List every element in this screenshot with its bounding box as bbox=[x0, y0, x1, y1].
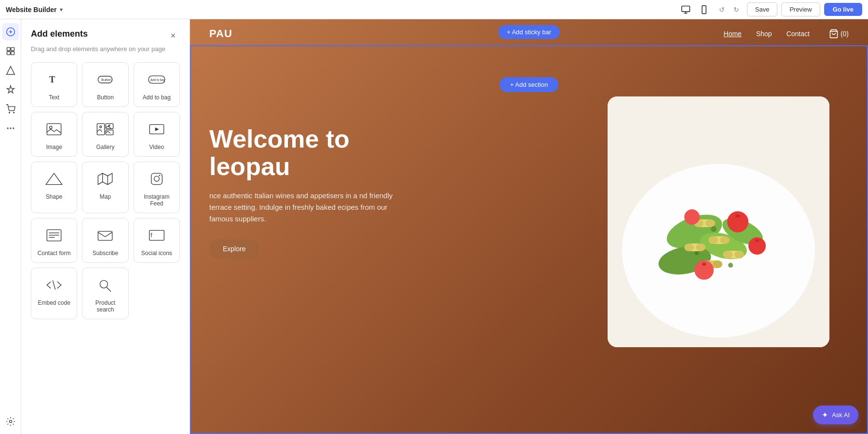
undo-button[interactable]: ↺ bbox=[715, 3, 729, 16]
top-bar-right: ↺ ↻ Save Preview Go live bbox=[678, 2, 862, 17]
svg-marker-12 bbox=[6, 67, 14, 75]
element-label-product-search: Product search bbox=[86, 299, 124, 313]
element-item-gallery[interactable]: Gallery bbox=[82, 112, 128, 157]
main-layout: Add elements × Drag and drop elements an… bbox=[0, 19, 868, 434]
sidebar-item-settings[interactable] bbox=[2, 413, 19, 430]
element-label-add-to-bag: Add to bag bbox=[143, 94, 171, 101]
preview-button[interactable]: Preview bbox=[781, 2, 820, 16]
video-element-icon bbox=[142, 118, 171, 140]
golive-button[interactable]: Go live bbox=[824, 3, 862, 16]
desktop-view-button[interactable] bbox=[678, 2, 693, 17]
panel-header: Add elements × bbox=[31, 29, 180, 42]
svg-rect-10 bbox=[7, 52, 10, 55]
svg-point-77 bbox=[684, 209, 700, 225]
svg-text:f: f bbox=[150, 231, 152, 238]
panel-title: Add elements bbox=[31, 29, 88, 39]
svg-point-38 bbox=[159, 175, 160, 176]
element-label-instagram-feed: Instagram Feed bbox=[138, 193, 176, 207]
element-label-video: Video bbox=[149, 144, 164, 150]
svg-point-78 bbox=[711, 226, 717, 232]
sidebar-item-magic[interactable] bbox=[2, 81, 19, 98]
top-bar-left: Website Builder ▾ bbox=[6, 6, 63, 14]
svg-point-16 bbox=[10, 127, 11, 129]
element-label-embed-code: Embed code bbox=[38, 299, 70, 306]
svg-rect-36 bbox=[151, 173, 162, 184]
svg-point-66 bbox=[723, 251, 732, 258]
app-menu-chevron[interactable]: ▾ bbox=[60, 6, 63, 13]
svg-point-64 bbox=[696, 244, 705, 251]
element-label-map: Map bbox=[100, 193, 111, 200]
nav-link-home[interactable]: Home bbox=[724, 30, 742, 38]
add-sticky-bar-button[interactable]: + Add sticky bar bbox=[498, 25, 560, 39]
element-item-video[interactable]: Video bbox=[134, 112, 180, 157]
svg-marker-33 bbox=[46, 173, 62, 184]
website-preview: + Add sticky bar + Add section PAU Home … bbox=[190, 19, 868, 434]
element-label-subscribe: Subscribe bbox=[93, 250, 118, 257]
svg-point-13 bbox=[9, 112, 10, 113]
save-button[interactable]: Save bbox=[747, 2, 778, 16]
element-label-contact-form: Contact form bbox=[38, 250, 71, 257]
svg-rect-11 bbox=[11, 52, 14, 55]
add-section-container: + Add section bbox=[500, 77, 558, 92]
embed-code-element-icon bbox=[40, 274, 68, 296]
element-item-subscribe[interactable]: Subscribe bbox=[82, 218, 128, 263]
element-item-text[interactable]: T Text bbox=[31, 62, 77, 107]
sidebar-item-more[interactable] bbox=[2, 120, 19, 137]
element-item-image[interactable]: Image bbox=[31, 112, 77, 157]
element-item-social-icons[interactable]: f Social icons bbox=[134, 218, 180, 263]
element-label-text: Text bbox=[49, 94, 59, 101]
svg-point-61 bbox=[720, 236, 730, 244]
nav-link-contact[interactable]: Contact bbox=[787, 30, 810, 38]
panel-subtitle: Drag and drop elements anywhere on your … bbox=[31, 45, 180, 53]
top-bar: Website Builder ▾ ↺ ↻ Save Preview Go li… bbox=[0, 0, 868, 19]
element-label-button: Button bbox=[97, 94, 114, 101]
svg-rect-43 bbox=[98, 231, 112, 240]
svg-rect-0 bbox=[681, 6, 690, 12]
sidebar-item-layers[interactable] bbox=[2, 42, 19, 60]
element-item-shape[interactable]: Shape bbox=[31, 162, 77, 213]
text-element-icon: T bbox=[40, 68, 68, 90]
sidebar-item-add-elements[interactable] bbox=[2, 23, 19, 41]
element-item-embed-code[interactable]: Embed code bbox=[31, 268, 77, 319]
add-to-bag-element-icon: Add to bag bbox=[142, 68, 171, 90]
element-item-contact-form[interactable]: Contact form bbox=[31, 218, 77, 263]
svg-point-15 bbox=[7, 127, 8, 129]
elements-grid: T Text Button Button bbox=[31, 62, 180, 319]
mobile-view-button[interactable] bbox=[697, 2, 711, 17]
gallery-element-icon bbox=[91, 118, 120, 140]
social-icons-element-icon: f bbox=[142, 224, 171, 246]
element-item-button[interactable]: Button Button bbox=[82, 62, 128, 107]
redo-button[interactable]: ↻ bbox=[730, 3, 743, 16]
nav-link-shop[interactable]: Shop bbox=[756, 30, 772, 38]
sidebar-item-store[interactable] bbox=[2, 100, 19, 118]
explore-button[interactable]: Explore bbox=[209, 239, 259, 258]
svg-point-25 bbox=[50, 126, 52, 128]
svg-point-71 bbox=[727, 211, 748, 232]
svg-point-76 bbox=[755, 239, 759, 242]
sidebar-item-shapes[interactable] bbox=[2, 62, 19, 79]
svg-point-80 bbox=[695, 251, 699, 255]
svg-point-37 bbox=[154, 176, 159, 181]
ask-ai-icon: ✦ bbox=[822, 410, 828, 420]
add-section-button[interactable]: + Add section bbox=[500, 77, 558, 92]
ask-ai-button[interactable]: ✦ Ask AI bbox=[813, 406, 858, 424]
cart-icon-wrapper[interactable]: (0) bbox=[829, 29, 849, 39]
sidebar-icons bbox=[0, 19, 21, 434]
element-item-product-search[interactable]: Product search bbox=[82, 268, 128, 319]
svg-point-14 bbox=[13, 112, 14, 113]
svg-point-79 bbox=[728, 263, 733, 268]
svg-line-48 bbox=[107, 287, 111, 292]
svg-marker-32 bbox=[155, 127, 159, 131]
element-item-map[interactable]: Map bbox=[82, 162, 128, 213]
hero-title: Welcome to leopau bbox=[209, 125, 412, 180]
close-panel-button[interactable]: × bbox=[166, 29, 180, 42]
product-search-element-icon bbox=[91, 274, 120, 296]
element-item-add-to-bag[interactable]: Add to bag Add to bag bbox=[134, 62, 180, 107]
svg-point-72 bbox=[735, 215, 740, 217]
svg-point-63 bbox=[684, 244, 694, 251]
svg-rect-9 bbox=[11, 48, 14, 51]
app-name: Website Builder bbox=[6, 6, 57, 14]
element-item-instagram-feed[interactable]: Instagram Feed bbox=[134, 162, 180, 213]
element-label-social-icons: Social icons bbox=[141, 250, 172, 257]
add-elements-panel: Add elements × Drag and drop elements an… bbox=[21, 19, 190, 434]
